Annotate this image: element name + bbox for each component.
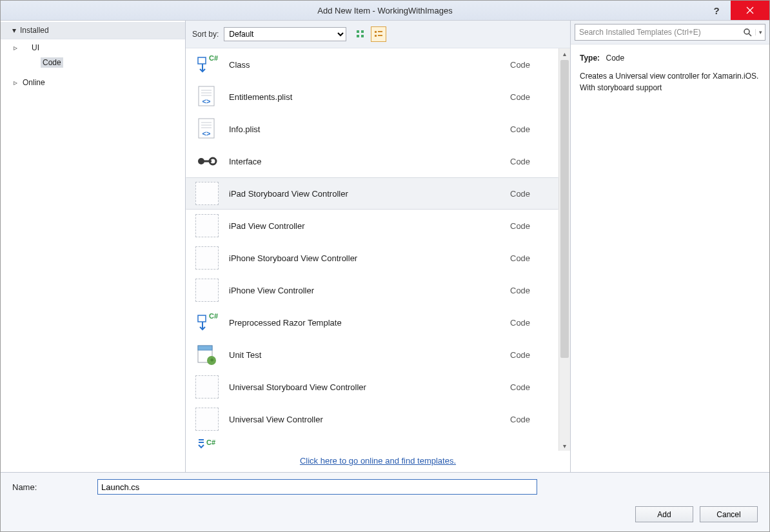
online-templates-link[interactable]: Click here to go online and find templat… xyxy=(300,456,456,466)
template-category: Code xyxy=(510,157,549,166)
svg-rect-30 xyxy=(198,346,212,350)
scroll-down-icon[interactable]: ▾ xyxy=(559,440,570,451)
scroll-up-icon[interactable]: ▴ xyxy=(559,48,570,59)
template-item[interactable]: Unit TestCode xyxy=(186,339,558,371)
view-controller-icon xyxy=(195,182,219,205)
help-button[interactable]: ? xyxy=(702,1,731,20)
template-name: iPad Storyboard View Controller xyxy=(229,189,510,199)
template-item[interactable]: C#Preprocessed Razor TemplateCode xyxy=(186,306,558,339)
content-area: ▾ Installed ▹UICode▹Online Sort by: Defa… xyxy=(1,21,769,472)
view-controller-icon xyxy=(195,279,219,302)
svg-rect-8 xyxy=(375,35,377,37)
template-item[interactable]: Universal Storyboard View ControllerCode xyxy=(186,371,558,403)
svg-text:<>: <> xyxy=(202,130,211,137)
unit-test-icon xyxy=(195,343,219,366)
cancel-button[interactable]: Cancel xyxy=(700,506,758,522)
csharp-icon: C# xyxy=(195,53,219,76)
view-controller-icon xyxy=(195,408,219,431)
tree-item-code[interactable]: Code xyxy=(1,55,185,70)
svg-rect-5 xyxy=(361,35,364,37)
template-item-partial[interactable]: C# xyxy=(186,435,558,451)
search-row: ▾ xyxy=(571,21,769,44)
view-controller-icon xyxy=(195,246,219,270)
tree-item-ui[interactable]: ▹UI xyxy=(1,41,185,55)
template-name: iPhone View Controller xyxy=(229,286,510,295)
search-icon[interactable] xyxy=(740,28,755,37)
template-category: Code xyxy=(510,415,549,424)
tree-item-label: UI xyxy=(32,43,39,52)
dialog-buttons: Add Cancel xyxy=(12,506,758,522)
view-toggle xyxy=(353,26,386,42)
template-list-wrap: C#ClassCode<>Entitlements.plistCode<>Inf… xyxy=(186,48,570,451)
template-category: Code xyxy=(510,92,549,102)
scroll-thumb[interactable] xyxy=(560,60,569,358)
template-item[interactable]: Universal View ControllerCode xyxy=(186,403,558,435)
info-type-value: Code xyxy=(606,54,624,63)
svg-text:<>: <> xyxy=(202,97,211,105)
svg-text:C#: C# xyxy=(209,54,218,62)
template-category: Code xyxy=(510,318,549,328)
info-type-row: Type: Code xyxy=(580,52,760,64)
interface-icon xyxy=(195,150,219,173)
template-category: Code xyxy=(510,60,549,70)
svg-text:C#: C# xyxy=(209,312,218,320)
dialog-window: Add New Item - WorkingWithImages ? ▾ Ins… xyxy=(0,0,770,532)
csharp-icon: C# xyxy=(195,435,219,451)
template-item[interactable]: <>Info.plistCode xyxy=(186,113,558,145)
template-item[interactable]: iPhone View ControllerCode xyxy=(186,274,558,306)
svg-text:C#: C# xyxy=(206,438,215,446)
template-item[interactable]: iPhone Storyboard View ControllerCode xyxy=(186,242,558,274)
view-controller-icon xyxy=(195,214,219,237)
close-icon xyxy=(746,6,754,14)
search-box: ▾ xyxy=(575,24,765,41)
template-item[interactable]: iPad Storyboard View ControllerCode xyxy=(186,177,558,210)
tree-item-online[interactable]: ▹Online xyxy=(1,75,185,90)
info-body: Type: Code Creates a Universal view cont… xyxy=(571,44,769,101)
svg-rect-3 xyxy=(361,30,364,33)
search-input[interactable] xyxy=(575,25,740,40)
svg-point-25 xyxy=(210,158,216,164)
add-button[interactable]: Add xyxy=(635,506,693,522)
tree-item-label: Code xyxy=(41,57,63,68)
name-input[interactable] xyxy=(97,479,537,495)
info-type-label: Type: xyxy=(580,54,600,63)
svg-rect-6 xyxy=(375,31,377,33)
info-description: Creates a Universal view controller for … xyxy=(580,70,760,94)
template-category: Code xyxy=(510,221,549,231)
template-category: Code xyxy=(510,124,549,134)
template-category: Code xyxy=(510,350,549,360)
svg-rect-2 xyxy=(357,30,359,33)
scrollbar[interactable]: ▴ ▾ xyxy=(558,48,570,451)
collapse-icon: ▾ xyxy=(12,26,16,35)
svg-rect-7 xyxy=(378,31,382,32)
list-toolbar: Sort by: Default xyxy=(186,21,570,48)
view-controller-icon xyxy=(195,375,219,399)
window-controls: ? xyxy=(702,1,769,20)
template-name: Info.plist xyxy=(229,124,510,134)
template-item[interactable]: InterfaceCode xyxy=(186,145,558,177)
view-small-icons-button[interactable] xyxy=(371,26,386,42)
close-button[interactable] xyxy=(731,1,769,20)
template-list-scroll[interactable]: C#ClassCode<>Entitlements.plistCode<>Inf… xyxy=(186,48,558,451)
expand-icon: ▹ xyxy=(12,78,19,87)
template-name: iPad View Controller xyxy=(229,221,510,231)
svg-rect-4 xyxy=(357,35,359,37)
online-link-row: Click here to go online and find templat… xyxy=(186,451,570,472)
template-item[interactable]: <>Entitlements.plistCode xyxy=(186,81,558,113)
svg-point-34 xyxy=(744,29,749,34)
template-item[interactable]: C#ClassCode xyxy=(186,48,558,81)
plist-doc-icon: <> xyxy=(195,85,219,108)
template-name: Class xyxy=(229,60,510,70)
csharp-icon: C# xyxy=(195,311,219,334)
view-medium-icons-button[interactable] xyxy=(353,26,368,42)
bottom-bar: Name: Add Cancel xyxy=(1,472,769,531)
template-name: iPhone Storyboard View Controller xyxy=(229,253,510,263)
template-category: Code xyxy=(510,286,549,295)
tree-header-installed[interactable]: ▾ Installed xyxy=(1,22,185,39)
sort-dropdown[interactable]: Default xyxy=(224,27,346,41)
search-options-dropdown[interactable]: ▾ xyxy=(755,29,765,35)
template-item[interactable]: iPad View ControllerCode xyxy=(186,210,558,242)
grid-icon xyxy=(356,30,365,39)
template-name: Universal Storyboard View Controller xyxy=(229,382,510,392)
template-name: Universal View Controller xyxy=(229,415,510,424)
